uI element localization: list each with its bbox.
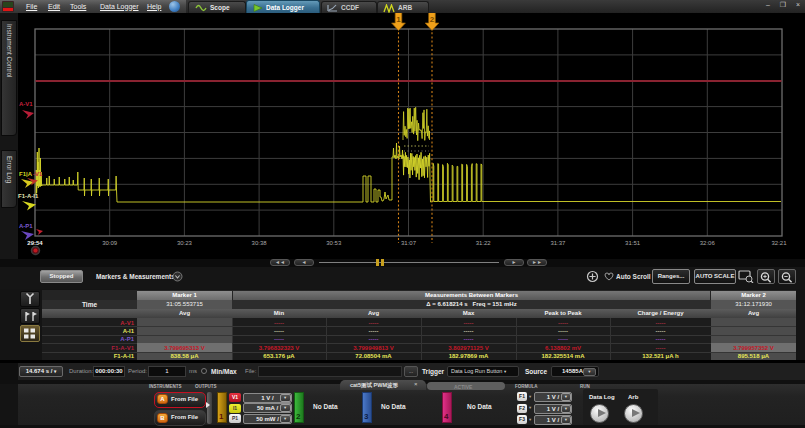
svg-text:32:21: 32:21 [771,240,787,246]
svg-text:32:06: 32:06 [700,240,716,246]
svg-text:30:23: 30:23 [177,240,193,246]
svg-text:31:51: 31:51 [625,240,641,246]
svg-text:30:53: 30:53 [326,240,342,246]
svg-text:2: 2 [430,15,435,24]
svg-text:F1|A: F1|A [19,171,33,177]
svg-text:31:07: 31:07 [401,240,417,246]
svg-text:A-P1: A-P1 [19,223,33,229]
svg-text:-V1: -V1 [33,171,43,177]
svg-text:29:54: 29:54 [27,240,43,246]
svg-text:A-V1: A-V1 [19,101,33,107]
svg-text:1: 1 [396,15,401,24]
svg-text:30:09: 30:09 [102,240,118,246]
svg-text:31:22: 31:22 [476,240,492,246]
svg-text:F1-A-I1: F1-A-I1 [18,193,39,199]
svg-text:30:38: 30:38 [252,240,268,246]
svg-text:31:37: 31:37 [550,240,566,246]
